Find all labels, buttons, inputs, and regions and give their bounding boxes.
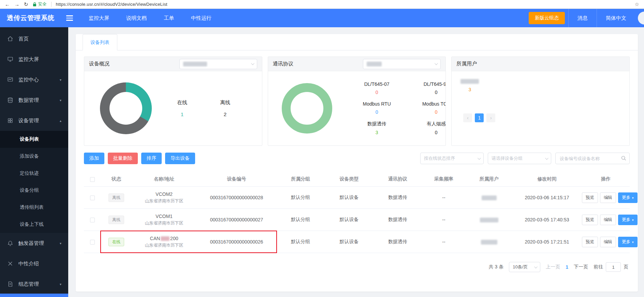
device-number: 00031670000000000027: [196, 217, 277, 222]
preview-button[interactable]: 预览: [582, 192, 598, 203]
chevron-down-icon: [251, 62, 254, 65]
edit-button[interactable]: 编辑: [600, 215, 616, 225]
chevron-down-icon: [545, 156, 548, 160]
owner-prev-page-button[interactable]: ‹: [463, 113, 472, 122]
preview-button[interactable]: 预览: [582, 215, 598, 225]
protocol-panel: 通讯协议 DL/T645-070 DL/T645-970 Mod: [268, 57, 446, 146]
sidebar-subitem-location-track[interactable]: 定位轨迹: [0, 165, 68, 182]
col-header-modified: 修改时间: [512, 176, 582, 182]
device-protocol: 数据透传: [374, 194, 422, 201]
preview-button[interactable]: 预览: [582, 237, 598, 247]
chevron-up-icon: ▴: [60, 119, 61, 123]
status-sort-select[interactable]: 按在线状态排序: [420, 153, 484, 164]
security-badge[interactable]: 安全: [33, 1, 47, 7]
device-group-select[interactable]: 请选择设备分组: [488, 153, 551, 164]
row-checkbox[interactable]: [90, 240, 95, 245]
security-label: 安全: [38, 1, 47, 7]
owner-next-page-button[interactable]: ›: [486, 113, 495, 122]
next-page-button[interactable]: 下一页: [574, 264, 588, 270]
sidebar-subitem-passthrough-group[interactable]: 透传组列表: [0, 199, 68, 216]
select-all-checkbox[interactable]: [90, 177, 95, 182]
bookmark-star-icon[interactable]: ☆: [635, 1, 639, 7]
sidebar-item-monitor-center[interactable]: 监控中心 ▾: [0, 69, 68, 90]
messages-button[interactable]: 消息: [568, 9, 597, 27]
sidebar-item-data-management[interactable]: 数据管理 ▾: [0, 90, 68, 110]
protocol-stat-label: DL/T645-97: [411, 81, 446, 87]
protocol-stat-label: 有人烟感: [411, 121, 446, 127]
add-button[interactable]: 添加: [84, 153, 104, 164]
sidebar-item-label: 监控中心: [18, 77, 39, 83]
nav-item-work-order[interactable]: 工单: [164, 15, 174, 21]
nav-item-docs[interactable]: 说明文档: [126, 15, 147, 21]
more-button[interactable]: 更多▾: [618, 192, 638, 203]
batch-delete-button[interactable]: 批量删除: [108, 153, 138, 164]
sidebar-item-trigger-management[interactable]: 触发器管理 ▾: [0, 233, 68, 253]
more-button[interactable]: 更多▾: [618, 237, 638, 247]
sort-button[interactable]: 排序: [141, 153, 162, 164]
select-placeholder: 请选择设备分组: [492, 155, 523, 161]
device-search-input[interactable]: [555, 153, 630, 164]
export-devices-button[interactable]: 导出设备: [165, 153, 195, 164]
url-text[interactable]: https://console.usr.cn/#/cloudV2/device/…: [56, 2, 167, 7]
main-content: 设备列表 设备概况: [68, 27, 644, 297]
status-badge: 离线: [108, 216, 124, 224]
device-type: 默认设备: [324, 239, 374, 245]
protocol-filter-select[interactable]: [363, 59, 441, 69]
overview-filter-select[interactable]: [179, 59, 257, 69]
protocol-donut-chart: [282, 83, 332, 134]
sidebar-subitem-device-group[interactable]: 设备分组: [0, 182, 68, 199]
device-status-donut-chart: [100, 82, 152, 134]
nav-item-monitor-screen[interactable]: 监控大屏: [89, 15, 109, 21]
redaction-blur: [161, 236, 170, 241]
sidebar-subitem-device-updown[interactable]: 设备上下线: [0, 216, 68, 233]
sidebar-item-neutral-intro[interactable]: 中性介绍: [0, 253, 68, 274]
col-header-group: 所属分组: [277, 176, 324, 182]
panel-title: 设备概况: [89, 61, 109, 67]
sidebar-item-label: 数据管理: [18, 97, 39, 104]
browser-back-button[interactable]: ←: [5, 2, 10, 7]
protocol-stat-label: Modbus TCP: [411, 101, 446, 107]
offline-value: 2: [220, 111, 230, 117]
browser-refresh-button[interactable]: ↻: [24, 2, 28, 7]
avatar[interactable]: [638, 12, 644, 25]
sidebar-item-home[interactable]: 首页: [0, 29, 68, 49]
prev-page-button[interactable]: 上一页: [546, 264, 560, 270]
edit-button[interactable]: 编辑: [600, 192, 616, 203]
nav-item-neutral-run[interactable]: 中性运行: [191, 15, 211, 21]
device-management-submenu: 设备列表 添加设备 定位轨迹 设备分组 透传组列表 设备上下线: [0, 131, 68, 233]
row-checkbox[interactable]: [90, 196, 95, 200]
navbar-right: 新版云组态 消息 简体中文: [529, 9, 644, 27]
device-protocol: 数据透传: [374, 239, 422, 245]
online-label: 在线: [177, 99, 187, 106]
sidebar-subitem-device-list[interactable]: 设备列表: [0, 131, 68, 148]
sidebar-item-scada-management[interactable]: 组态管理 ▾: [0, 274, 68, 294]
owner-current-page-button[interactable]: 1: [475, 113, 484, 122]
goto-page-input[interactable]: [606, 262, 621, 272]
browser-forward-button[interactable]: →: [14, 2, 19, 7]
owner-redacted: [480, 218, 498, 222]
page-size-select[interactable]: 10条/页: [509, 262, 540, 272]
top-navbar: 透传云管理系统 监控大屏 说明文档 工单 中性运行 新版云组态 消息 简体中文: [0, 9, 644, 27]
tab-device-list[interactable]: 设备列表: [83, 34, 117, 50]
device-group: 默认分组: [277, 217, 324, 223]
more-button[interactable]: 更多▾: [618, 215, 638, 225]
new-scada-button[interactable]: 新版云组态: [529, 12, 565, 24]
edit-button[interactable]: 编辑: [600, 237, 616, 247]
device-name-prefix: CAN: [150, 236, 160, 241]
content-card: 设备列表 设备概况: [76, 34, 638, 292]
redacted-text: [367, 62, 382, 66]
row-checkbox[interactable]: [90, 218, 95, 222]
device-type: 默认设备: [324, 194, 374, 201]
sidebar-subitem-add-device[interactable]: 添加设备: [0, 148, 68, 165]
device-overview-panel: 设备概况 在线 1: [84, 57, 262, 146]
sidebar-item-monitor-screen[interactable]: 监控大屏: [0, 49, 68, 69]
hamburger-menu-button[interactable]: [66, 15, 73, 21]
protocol-stat-value: 0: [411, 90, 446, 95]
panel-title: 通讯协议: [273, 61, 293, 67]
chevron-down-icon: [478, 156, 481, 160]
protocol-stat-label: 数据透传: [351, 121, 402, 127]
language-button[interactable]: 简体中文: [597, 9, 635, 27]
device-address: 山东省济南市历下区: [132, 198, 196, 204]
current-page-number[interactable]: 1: [566, 264, 568, 270]
sidebar-item-device-management[interactable]: 设备管理 ▴: [0, 110, 68, 131]
